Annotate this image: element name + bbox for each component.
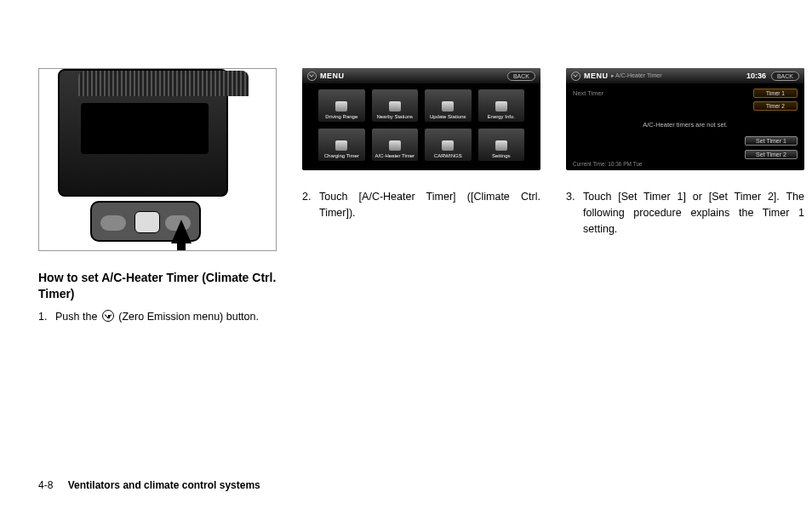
menu-label: Update Stations bbox=[430, 114, 466, 120]
menu-label: Nearby Stations bbox=[376, 114, 413, 120]
zero-emission-glyph-icon bbox=[307, 72, 317, 81]
menu-label: Charging Timer bbox=[324, 153, 359, 159]
menu-icon bbox=[495, 140, 507, 151]
zero-emission-icon bbox=[102, 310, 114, 322]
set-timer-1-row: Set Timer 1 bbox=[573, 135, 798, 149]
columns: How to set A/C-Heater Timer (Climate Ctr… bbox=[38, 68, 774, 325]
page-number: 4-8 bbox=[38, 479, 53, 491]
menu-ac-heater-timer[interactable]: A/C-Heater Timer bbox=[371, 128, 420, 162]
page-footer: 4-8 Ventilators and climate control syst… bbox=[38, 479, 260, 491]
next-timer-label: Next Timer bbox=[573, 89, 603, 97]
set-timer-1-button[interactable]: Set Timer 1 bbox=[745, 136, 798, 146]
timer1-pill[interactable]: Timer 1 bbox=[753, 89, 798, 98]
back-button[interactable]: BACK bbox=[507, 72, 535, 81]
menu-icon bbox=[335, 140, 347, 151]
step-3: 3. Touch [Set Timer 1] or [Set Timer 2].… bbox=[566, 189, 804, 237]
step-1: 1. Push the (Zero Emission menu) button. bbox=[38, 309, 277, 325]
back-button[interactable]: BACK bbox=[771, 72, 799, 81]
step-text: Touch [Set Timer 1] or [Set Timer 2]. Th… bbox=[583, 189, 804, 237]
menu-titlebar: MENU BACK bbox=[302, 68, 540, 83]
next-timer-row: Next Timer Timer 1 bbox=[573, 87, 798, 100]
step-number: 3. bbox=[566, 189, 583, 237]
menu-icon bbox=[389, 101, 401, 112]
menu-label: Driving Range bbox=[325, 114, 357, 120]
section-heading: How to set A/C-Heater Timer (Climate Ctr… bbox=[38, 270, 277, 302]
menu-nearby-stations[interactable]: Nearby Stations bbox=[371, 89, 420, 123]
menu-icon bbox=[389, 140, 401, 151]
step-text: Touch [A/C-Heater Timer] ([Climate Ctrl.… bbox=[319, 189, 540, 221]
column-2: MENU BACK Driving Range Nearby Stations … bbox=[302, 68, 540, 325]
zero-emission-button bbox=[134, 211, 160, 233]
column-1: How to set A/C-Heater Timer (Climate Ctr… bbox=[38, 68, 277, 325]
step-number: 2. bbox=[302, 189, 319, 221]
step1-post: (Zero Emission menu) button. bbox=[118, 311, 259, 323]
menu-title: MENU bbox=[320, 72, 345, 80]
menu-label: CARWINGS bbox=[434, 153, 462, 159]
menu-grid: Driving Range Nearby Stations Update Sta… bbox=[317, 89, 525, 162]
column-3: MENU ▸ A/C-Heater Timer 10:36 BACK Next … bbox=[566, 68, 804, 325]
step-number: 1. bbox=[38, 309, 55, 325]
breadcrumb: ▸ A/C-Heater Timer bbox=[611, 72, 662, 79]
menu-carwings[interactable]: CARWINGS bbox=[424, 128, 472, 162]
timer-titlebar: MENU ▸ A/C-Heater Timer 10:36 BACK bbox=[566, 68, 804, 83]
dashboard-panel bbox=[58, 69, 228, 197]
dash-button-left bbox=[100, 215, 126, 231]
menu-label: A/C-Heater Timer bbox=[375, 153, 415, 159]
section-title: Ventilators and climate control systems bbox=[68, 479, 260, 491]
step-text: Push the (Zero Emission menu) button. bbox=[55, 309, 277, 325]
air-vents bbox=[78, 71, 249, 96]
timer-message: A/C-Heater timers are not set. bbox=[573, 121, 798, 129]
clock: 10:36 bbox=[746, 72, 766, 80]
menu-driving-range[interactable]: Driving Range bbox=[317, 89, 366, 123]
menu-update-stations[interactable]: Update Stations bbox=[424, 89, 472, 123]
dashboard-screen bbox=[81, 103, 209, 154]
menu-settings[interactable]: Settings bbox=[477, 128, 526, 162]
menu-icon bbox=[495, 101, 507, 112]
figure-timer-screen: MENU ▸ A/C-Heater Timer 10:36 BACK Next … bbox=[566, 68, 804, 170]
pointer-arrow-icon bbox=[171, 220, 192, 243]
timer-body: Next Timer Timer 1 Timer 2 A/C-Heater ti… bbox=[566, 83, 804, 170]
menu-icon bbox=[442, 140, 454, 151]
menu-icon bbox=[335, 101, 347, 112]
figure-menu-screen: MENU BACK Driving Range Nearby Stations … bbox=[302, 68, 540, 170]
timer2-pill[interactable]: Timer 2 bbox=[753, 101, 798, 111]
menu-label: Settings bbox=[492, 153, 511, 159]
menu-label: Energy Info. bbox=[488, 114, 515, 120]
figure-dashboard-button bbox=[38, 68, 277, 251]
menu-charging-timer[interactable]: Charging Timer bbox=[317, 128, 366, 162]
zero-emission-glyph-icon bbox=[571, 72, 580, 81]
timer-title: MENU bbox=[584, 72, 609, 80]
menu-icon bbox=[442, 101, 454, 112]
step-2: 2. Touch [A/C-Heater Timer] ([Climate Ct… bbox=[302, 189, 540, 221]
manual-page: How to set A/C-Heater Timer (Climate Ctr… bbox=[0, 0, 812, 515]
timer2-row: Timer 2 bbox=[573, 100, 798, 112]
menu-energy-info[interactable]: Energy Info. bbox=[477, 89, 526, 123]
current-time: Current Time: 10:36 PM Tue bbox=[573, 161, 643, 167]
set-timer-2-button[interactable]: Set Timer 2 bbox=[745, 150, 798, 159]
step1-pre: Push the bbox=[55, 311, 100, 323]
